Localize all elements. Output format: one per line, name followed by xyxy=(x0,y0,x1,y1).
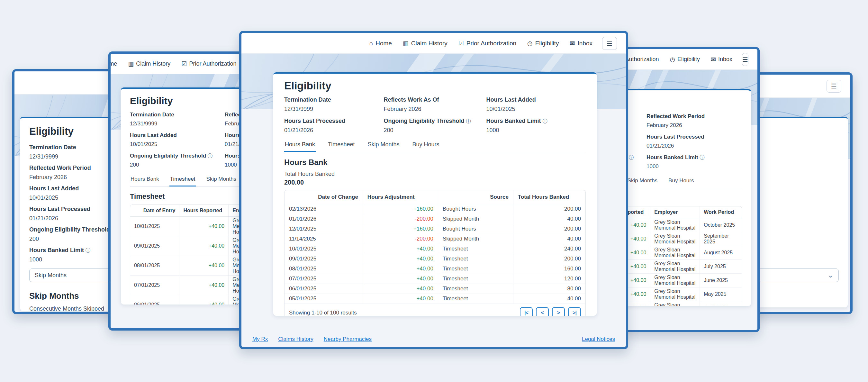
table-row: 09/01/2025 +40.00 Timesheet 200.00 xyxy=(284,254,585,264)
footer-links-bar: My RxClaims HistoryNearby Pharmacies Leg… xyxy=(252,336,615,343)
total-hours-banked-label: Total Hours Banked xyxy=(284,171,586,177)
column-header: Date of Change xyxy=(284,190,363,204)
nav-item[interactable]: Home xyxy=(108,60,117,67)
pagination-icon xyxy=(572,310,577,316)
field-label: Termination Date xyxy=(130,111,225,118)
cell-hours-adjustment: +40.00 xyxy=(363,294,438,304)
cell-date-of-entry: 10/01/2025 xyxy=(130,217,179,236)
nav-item-label: Inbox xyxy=(578,40,592,47)
desktop-stage: Eligibility Termination Date 12/31/9999 … xyxy=(0,0,868,382)
cell-date-of-change: 05/01/2025 xyxy=(284,294,363,304)
cell-total-hours-banked: 40.00 xyxy=(513,234,585,244)
table-row: 05/01/2025 +40.00 Timesheet 40.00 xyxy=(284,294,585,304)
column-header: Date of Entry xyxy=(130,205,179,217)
field-value: 01/21/2026 xyxy=(647,142,742,150)
pagination-button[interactable] xyxy=(568,307,581,316)
info-icon[interactable] xyxy=(700,155,705,160)
nav-item[interactable]: Claim History xyxy=(128,60,170,67)
hours-bank-table: Date of ChangeHours AdjustmentSourceTota… xyxy=(284,190,585,304)
field: Termination Date 12/31/9999 xyxy=(130,111,225,128)
nav-icon xyxy=(369,40,373,47)
field-label: Ongoing Eligibility Threshold xyxy=(130,152,225,159)
nav-icon xyxy=(670,56,675,63)
cell-work-period: October 2025 xyxy=(700,218,742,232)
footer-link[interactable]: Nearby Pharmacies xyxy=(324,336,372,343)
nav-item[interactable]: Prior Authorization xyxy=(181,60,236,67)
tab[interactable]: Timesheet xyxy=(327,139,355,152)
nav-item[interactable]: Eligibility xyxy=(670,56,700,63)
legal-notices-link[interactable]: Legal Notices xyxy=(582,336,615,343)
tab[interactable]: Timesheet xyxy=(169,174,196,186)
nav-item[interactable]: Eligibility xyxy=(527,39,559,47)
pagination-icon xyxy=(524,310,528,316)
cell-hours-reported: +40.00 xyxy=(179,236,228,256)
field: Hours Banked Limit 1000 xyxy=(647,154,742,170)
table-row: 07/01/2025 +40.00 Timesheet 120.00 xyxy=(284,274,585,284)
eligibility-card: Eligibility Termination Date 12/31/9999 … xyxy=(273,72,597,316)
field-label: Reflected Work Period xyxy=(647,113,742,120)
menu-button[interactable] xyxy=(602,37,617,50)
pagination-button[interactable] xyxy=(536,307,549,316)
field-value: February 2026 xyxy=(647,121,742,129)
info-icon[interactable] xyxy=(86,247,91,253)
hamburger-icon xyxy=(742,56,748,63)
tab[interactable]: Skip Months xyxy=(367,139,400,152)
nav-item[interactable]: Inbox xyxy=(711,56,732,63)
nav-icon xyxy=(181,60,187,67)
table-row: 02/13/2026 +160.00 Bought Hours 200.00 xyxy=(284,204,585,214)
cell-date-of-change: 02/13/2026 xyxy=(284,204,363,214)
cell-work-period: August 2025 xyxy=(700,246,742,260)
field: Ongoing Eligibility Threshold 200 xyxy=(384,117,487,134)
menu-button[interactable] xyxy=(827,80,841,93)
tab-bar: Hours BankTimesheetSkip MonthsBuy Hours xyxy=(284,139,586,152)
nav-icon xyxy=(527,39,533,47)
cell-source: Timesheet xyxy=(438,294,513,304)
nav-item[interactable]: Claim History xyxy=(403,39,447,47)
info-icon[interactable] xyxy=(466,118,471,124)
cell-hours-adjustment: -200.00 xyxy=(363,234,438,244)
tab[interactable]: Buy Hours xyxy=(411,139,440,152)
cell-source: Timesheet xyxy=(438,254,513,264)
tab[interactable]: Hours Bank xyxy=(130,174,160,186)
nav-item-label: Claim History xyxy=(411,40,447,47)
footer-link[interactable]: My Rx xyxy=(252,336,268,343)
pagination-icon xyxy=(541,310,544,316)
cell-employer: Grey Sloan Memorial Hospital xyxy=(650,218,700,232)
pagination xyxy=(520,307,581,316)
column-header: Work Period xyxy=(700,206,742,218)
menu-button[interactable] xyxy=(742,53,748,66)
footer-link[interactable]: Claims History xyxy=(278,336,313,343)
cell-hours-adjustment: +40.00 xyxy=(363,244,438,254)
cell-hours-reported: +40.00 xyxy=(179,275,228,295)
tab[interactable]: Buy Hours xyxy=(668,176,694,188)
nav-icon xyxy=(711,56,716,63)
field: Ongoing Eligibility Threshold 200 xyxy=(130,152,225,169)
pagination-button[interactable] xyxy=(520,307,533,316)
tab[interactable]: Skip Months xyxy=(627,176,658,188)
cell-source: Bought Hours xyxy=(438,224,513,234)
pagination-button[interactable] xyxy=(552,307,565,316)
field-list: Termination Date 12/31/9999 Reflects Wor… xyxy=(284,96,586,134)
field-label: Hours Last Added xyxy=(486,96,586,104)
cell-date-of-change: 09/01/2025 xyxy=(284,254,363,264)
nav-item-label: Claim History xyxy=(136,60,170,67)
tab[interactable]: Hours Bank xyxy=(284,139,316,152)
nav-item[interactable]: Home xyxy=(369,40,392,47)
cell-date-of-entry: 08/01/2025 xyxy=(130,256,179,275)
nav-item[interactable]: Inbox xyxy=(570,39,592,47)
field: Reflected Work Period February 2026 xyxy=(647,113,742,129)
field: Termination Date 12/31/9999 xyxy=(284,96,384,113)
cell-source: Timesheet xyxy=(438,244,513,254)
field-value: 01/21/2026 xyxy=(284,126,384,134)
cell-total-hours-banked: 240.00 xyxy=(513,244,585,254)
info-icon[interactable] xyxy=(629,155,634,160)
nav-item[interactable]: Prior Authorization xyxy=(459,39,516,47)
cell-date-of-change: 10/01/2025 xyxy=(284,244,363,254)
info-icon[interactable] xyxy=(208,153,213,158)
cell-work-period: June 2025 xyxy=(700,274,742,288)
cell-work-period: September 2025 xyxy=(700,232,742,246)
info-icon[interactable] xyxy=(542,118,548,124)
tab[interactable]: Skip Months xyxy=(206,174,237,186)
cell-hours-adjustment: +40.00 xyxy=(363,284,438,294)
total-hours-banked: Total Hours Banked 200.00 xyxy=(284,171,586,186)
